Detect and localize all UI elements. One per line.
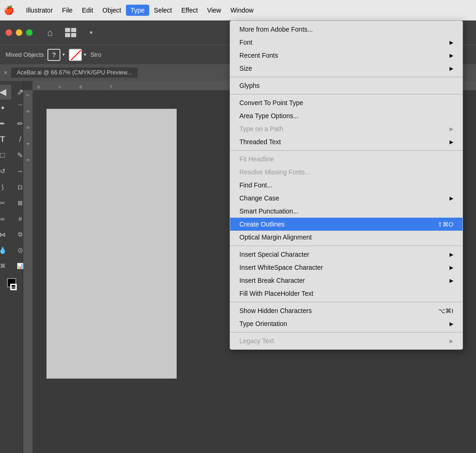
menu-item-find-font[interactable]: Find Font... [230, 179, 463, 192]
menu-file[interactable]: File [58, 5, 78, 16]
menu-item-label-insert-whitespace: Insert WhiteSpace Character [239, 264, 323, 271]
menu-item-show-hidden[interactable]: Show Hidden Characters ⌥⌘I [230, 304, 463, 317]
menu-item-smart-punctuation[interactable]: Smart Punctuation... [230, 205, 463, 218]
menu-effect[interactable]: Effect [177, 5, 203, 16]
document-tab[interactable]: AceBar.ai @ 66.67% (CMYK/GPU Preview... [11, 67, 138, 78]
menu-type[interactable]: Type [126, 5, 149, 16]
menu-item-label-legacy-text: Legacy Text [239, 337, 274, 345]
document-tab-title: AceBar.ai @ 66.67% (CMYK/GPU Preview... [17, 69, 132, 76]
menu-item-insert-special-char[interactable]: Insert Special Character ▶ [230, 248, 463, 261]
stroke-color-swatch[interactable] [10, 284, 17, 290]
ruler-tick-6: 6 [26, 110, 30, 113]
submenu-arrow-legacy-text: ▶ [450, 338, 453, 344]
menu-item-fill-placeholder[interactable]: Fill With PlaceHolder Text [230, 287, 463, 300]
submenu-arrow-recent-fonts: ▶ [450, 53, 453, 59]
apple-menu[interactable]: 🍎 [4, 5, 14, 15]
close-window-button[interactable] [6, 29, 12, 36]
object-type-dropdown[interactable]: ? ▾ [47, 49, 65, 61]
magic-wand-tool[interactable]: ✦ [0, 100, 11, 115]
menu-item-label-insert-special-char: Insert Special Character [239, 251, 309, 258]
menu-item-font[interactable]: Font ▶ [230, 36, 463, 49]
ruler-tick-x: X [37, 85, 40, 89]
minimize-window-button[interactable] [16, 29, 22, 36]
shortcut-create-outlines: ⇧⌘O [437, 221, 453, 228]
menu-item-area-type-options[interactable]: Area Type Options... [230, 109, 463, 122]
ruler-tick-5: 5 [26, 127, 30, 129]
menu-item-create-outlines[interactable]: Create Outlines ⇧⌘O [230, 218, 463, 231]
submenu-arrow-type-orientation: ▶ [450, 321, 453, 327]
arrange-button[interactable] [62, 24, 79, 41]
menu-item-resolve-missing-fonts[interactable]: Resolve Missing Fonts... [230, 166, 463, 179]
submenu-arrow-change-case: ▶ [450, 195, 453, 201]
menu-item-recent-fonts[interactable]: Recent Fonts ▶ [230, 49, 463, 62]
submenu-arrow-insert-break: ▶ [450, 278, 453, 284]
menu-view[interactable]: View [203, 5, 226, 16]
submenu-arrow-size: ▶ [450, 66, 453, 72]
shape-builder-tool[interactable]: ⋈ [0, 227, 11, 242]
home-button[interactable]: ⌂ [42, 24, 59, 41]
menu-item-legacy-text[interactable]: Legacy Text ▶ [230, 334, 463, 347]
dropdown-arrow-2: ▾ [84, 52, 86, 58]
shortcut-show-hidden: ⌥⌘I [438, 307, 453, 314]
separator-1 [230, 77, 463, 77]
menu-item-more-adobe-fonts[interactable]: More from Adobe Fonts... [230, 23, 463, 36]
menu-item-label-type-orientation: Type Orientation [239, 320, 287, 327]
menu-item-label-recent-fonts: Recent Fonts [239, 52, 278, 59]
menu-window[interactable]: Window [226, 5, 258, 16]
arrange-chevron[interactable]: ▾ [83, 24, 99, 41]
warp-tool[interactable]: ⟆ [0, 180, 11, 194]
menu-object[interactable]: Object [98, 5, 126, 16]
ruler-tick-8: 8 [79, 85, 82, 89]
menu-illustrator[interactable]: Illustrator [21, 5, 58, 16]
toolbox: ◀ ⇗ ✦ ⌒ ✒ ✏ T / □ ✎ ↺ ↔ ⟆ ⊡ ✂ ⊠ [0, 81, 23, 453]
eyedropper-tool[interactable]: 💧 [0, 243, 11, 258]
menu-item-label-change-case: Change Case [239, 194, 279, 202]
menu-item-threaded-text[interactable]: Threaded Text ▶ [230, 135, 463, 148]
menu-item-label-threaded-text: Threaded Text [239, 138, 281, 146]
artboard [46, 109, 177, 379]
scissors-tool[interactable]: ✂ [0, 195, 11, 210]
menu-item-insert-break[interactable]: Insert Break Character ▶ [230, 274, 463, 287]
menu-item-label-show-hidden: Show Hidden Characters [239, 307, 312, 314]
dropdown-arrow-1: ▾ [62, 52, 65, 58]
submenu-arrow-insert-special: ▶ [450, 252, 453, 258]
separator-2 [230, 94, 463, 94]
menu-item-optical-margin[interactable]: Optical Margin Alignment [230, 231, 463, 244]
menu-item-label-type-on-path: Type on a Path [239, 125, 283, 133]
menu-edit[interactable]: Edit [77, 5, 98, 16]
menu-item-label-area-type-options: Area Type Options... [239, 112, 298, 120]
menu-item-label-size: Size [239, 65, 252, 72]
ruler-tick-arrows: « [59, 85, 61, 89]
blend-tool[interactable]: ∞ [0, 211, 11, 226]
menu-item-insert-whitespace[interactable]: Insert WhiteSpace Character ▶ [230, 261, 463, 274]
menu-item-fit-headline[interactable]: Fit Headline [230, 153, 463, 166]
menu-bar: 🍎 Illustrator File Edit Object Type Sele… [0, 0, 476, 20]
type-tool[interactable]: T [0, 132, 11, 147]
symbol-tool[interactable]: ⌘ [0, 259, 11, 273]
menu-item-glyphs[interactable]: Glyphs [230, 79, 463, 92]
separator-6 [230, 332, 463, 333]
menu-item-label-fill-placeholder: Fill With PlaceHolder Text [239, 290, 313, 297]
ruler-label-v: 7 [26, 94, 30, 96]
menu-item-size[interactable]: Size ▶ [230, 62, 463, 75]
doc-close-icon[interactable]: × [4, 69, 7, 76]
menu-item-type-orientation[interactable]: Type Orientation ▶ [230, 317, 463, 330]
rectangle-tool[interactable]: □ [0, 148, 11, 163]
selection-tool[interactable]: ◀ [0, 85, 11, 100]
maximize-window-button[interactable] [26, 29, 33, 36]
question-mark-icon: ? [47, 49, 60, 61]
fill-dropdown[interactable]: ▾ [69, 49, 86, 61]
menu-item-change-case[interactable]: Change Case ▶ [230, 192, 463, 205]
separator-4 [230, 246, 463, 246]
rotate-tool[interactable]: ↺ [0, 164, 11, 179]
menu-item-type-on-path[interactable]: Type on a Path ▶ [230, 122, 463, 135]
vertical-ruler: 7 6 5 4 3 [23, 90, 33, 453]
menu-select[interactable]: Select [149, 5, 177, 16]
object-type-label: Mixed Objects [6, 51, 44, 58]
separator-3 [230, 150, 463, 151]
menu-item-label-find-font: Find Font... [239, 181, 272, 189]
menu-item-label-glyphs: Glyphs [239, 82, 260, 89]
menu-item-convert-point-type[interactable]: Convert To Point Type [230, 96, 463, 109]
fill-icon [69, 49, 82, 61]
pen-tool[interactable]: ✒ [0, 116, 11, 131]
